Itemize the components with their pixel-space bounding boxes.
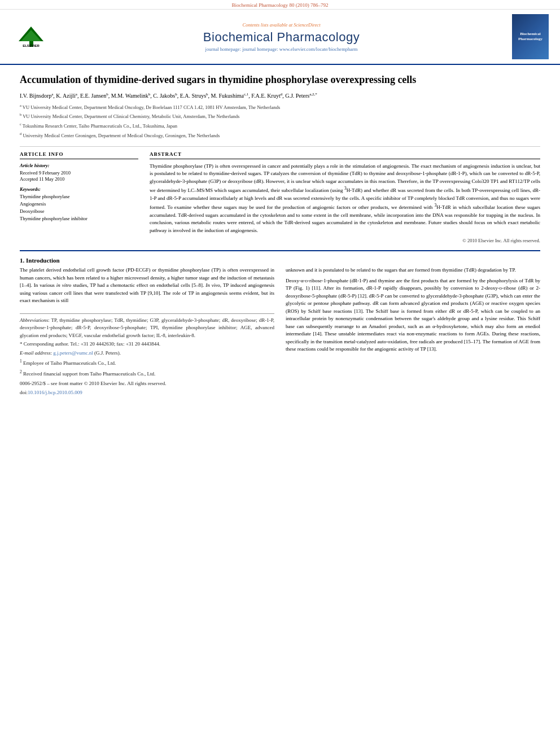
footnote-2: 2 Received financial support from Taiho …	[20, 369, 274, 378]
doi-link[interactable]: 10.1016/j.bcp.2010.05.009	[28, 390, 82, 395]
sciencedirect-prefix: Contents lists available at	[242, 22, 292, 28]
journal-name: Biochemical Pharmacology	[58, 30, 505, 45]
body-left-col: The platelet derived endothelial cell gr…	[20, 267, 274, 397]
body-divider	[20, 250, 540, 251]
article-info-abstract-row: ARTICLE INFO Article history: Received 9…	[20, 151, 540, 244]
keywords-title: Keywords:	[20, 186, 138, 192]
keyword-4: Thymidine phosphorylase inhibitor	[20, 215, 138, 222]
body-right-col: unknown and it is postulated to be relat…	[286, 267, 540, 397]
cover-text: Biochemical Pharmacology	[518, 32, 542, 42]
footnote-doi: doi:10.1016/j.bcp.2010.05.009	[20, 389, 274, 397]
citation-text: Biochemical Pharmacology 80 (2010) 786–7…	[232, 2, 329, 8]
footnote-1: 1 Employee of Taiho Pharmaceuticals Co.,…	[20, 358, 274, 368]
header-divider	[20, 146, 540, 147]
footnote-abbrev: Abbreviations: TP, thymidine phosphoryla…	[20, 317, 274, 340]
intro-para-right-1: unknown and it is postulated to be relat…	[286, 267, 540, 274]
email-link[interactable]: g.j.peters@vumc.nl	[53, 350, 93, 356]
keywords-list: Thymidine phosphorylase Angiogenesis Deo…	[20, 193, 138, 222]
footnote-copyright: 0006-2952/$ – see front matter © 2010 El…	[20, 380, 274, 388]
keyword-1: Thymidine phosphorylase	[20, 193, 138, 200]
intro-para-right-2: Deoxy-α-d-ribose-1-phosphate (dR-1-P) an…	[286, 277, 540, 353]
article-info-col: ARTICLE INFO Article history: Received 9…	[20, 151, 138, 244]
footnote-email: E-mail address: g.j.peters@vumc.nl (G.J.…	[20, 350, 274, 357]
affiliations: a VU University Medical Center, Departme…	[20, 103, 540, 139]
main-content: Accumulation of thymidine-derived sugars…	[0, 65, 560, 406]
journal-title-center: Contents lists available at ScienceDirec…	[58, 22, 505, 52]
accepted-date: Accepted 11 May 2010	[20, 176, 138, 183]
abstract-col: ABSTRACT Thymidine phosphorylase (TP) is…	[150, 151, 540, 244]
intro-section-title: 1. Introduction	[20, 257, 540, 264]
article-title: Accumulation of thymidine-derived sugars…	[20, 73, 540, 86]
affil-b: b VU University Medical Center, Departme…	[20, 112, 540, 120]
journal-header: ELSEVIER Contents lists available at Sci…	[0, 10, 560, 65]
footnote-corresponding: * Corresponding author. Tel.: +31 20 444…	[20, 340, 274, 348]
abstract-title: ABSTRACT	[150, 151, 540, 159]
homepage-url[interactable]: journal homepage: www.elsevier.com/locat…	[242, 46, 357, 52]
svg-text:ELSEVIER: ELSEVIER	[23, 44, 40, 47]
affil-d: d University Medical Center Groningen, D…	[20, 131, 540, 139]
copyright-line: © 2010 Elsevier Inc. All rights reserved…	[150, 238, 540, 243]
received-date: Received 9 February 2010	[20, 170, 138, 177]
abstract-text: Thymidine phosphorylase (TP) is often ov…	[150, 163, 540, 235]
sciencedirect-link-text[interactable]: ScienceDirect	[294, 22, 320, 28]
homepage-text: journal homepage:	[205, 46, 243, 52]
keyword-3: Deoxyribose	[20, 208, 138, 215]
footnotes-area: Abbreviations: TP, thymidine phosphoryla…	[20, 313, 274, 397]
affil-a: a VU University Medical Center, Departme…	[20, 103, 540, 111]
authors-line: I.V. Bijnsdorpa, K. Azijlia, E.E. Jansen…	[20, 92, 540, 99]
body-two-col: The platelet derived endothelial cell gr…	[20, 267, 540, 397]
affil-c: c Tokushima Research Center, Taiho Pharm…	[20, 121, 540, 130]
keyword-2: Angiogenesis	[20, 200, 138, 208]
elsevier-logo: ELSEVIER	[11, 24, 51, 50]
journal-cover: Biochemical Pharmacology	[512, 14, 549, 59]
history-title: Article history:	[20, 163, 138, 168]
intro-para-left: The platelet derived endothelial cell gr…	[20, 267, 274, 305]
sciencedirect-line: Contents lists available at ScienceDirec…	[58, 22, 505, 28]
journal-homepage: journal homepage: journal homepage: www.…	[58, 46, 505, 52]
article-info-title: ARTICLE INFO	[20, 151, 138, 159]
journal-citation: Biochemical Pharmacology 80 (2010) 786–7…	[0, 0, 560, 10]
